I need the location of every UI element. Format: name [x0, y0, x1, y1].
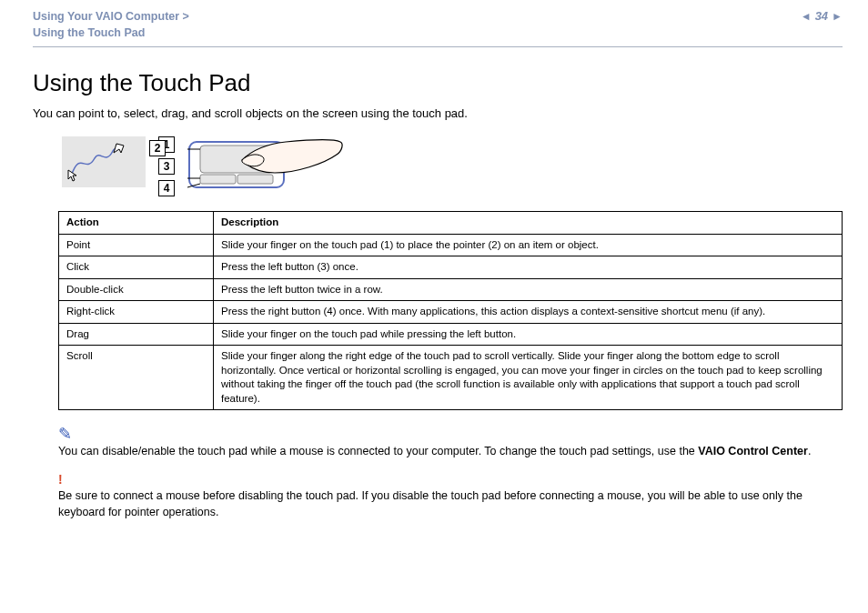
cell-action: Scroll: [59, 346, 214, 410]
screen-area-icon: [62, 136, 146, 187]
table-row: PointSlide your finger on the touch pad …: [59, 234, 843, 256]
breadcrumb-line1: Using Your VAIO Computer >: [33, 9, 189, 25]
next-page-icon[interactable]: ►: [832, 10, 843, 23]
page-content: Using the Touch Pad You can point to, se…: [0, 47, 868, 529]
cell-action: Click: [59, 256, 214, 279]
table-row: Right-clickPress the right button (4) on…: [59, 301, 843, 324]
cell-desc: Slide your finger on the touch pad while…: [214, 323, 843, 346]
svg-rect-2: [200, 175, 236, 184]
note-block: ✎ You can disable/enable the touch pad w…: [58, 423, 843, 520]
table-header-row: Action Description: [59, 212, 843, 235]
touchpad-diagram-icon: [187, 136, 351, 200]
table-row: DragSlide your finger on the touch pad w…: [59, 323, 843, 346]
table-row: ScrollSlide your finger along the right …: [59, 346, 843, 410]
cursor-icon: [114, 144, 124, 153]
note-bold: VAIO Control Center: [698, 445, 808, 457]
table-row: ClickPress the left button (3) once.: [59, 256, 843, 279]
svg-rect-3: [237, 175, 273, 184]
cell-desc: Press the left button twice in a row.: [214, 278, 843, 301]
table-row: Double-clickPress the left button twice …: [59, 278, 843, 301]
callout-3: 3: [158, 158, 175, 175]
callout-2: 2: [149, 140, 166, 156]
cell-desc: Slide your finger along the right edge o…: [214, 346, 843, 410]
th-action: Action: [59, 212, 214, 235]
warning-icon: !: [58, 471, 843, 489]
warning-text: Be sure to connect a mouse before disabl…: [58, 489, 802, 518]
intro-text: You can point to, select, drag, and scro…: [33, 106, 843, 120]
page-nav: ◄ 34 ►: [801, 9, 843, 23]
figure-row: 2 1 3 4: [33, 133, 843, 211]
callout-4: 4: [158, 180, 175, 196]
page-number: 34: [815, 9, 828, 23]
cell-action: Right-click: [59, 301, 214, 324]
breadcrumb[interactable]: Using Your VAIO Computer > Using the Tou…: [33, 9, 189, 41]
pointer-diagram: 2: [62, 136, 146, 187]
page-header: Using Your VAIO Computer > Using the Tou…: [0, 0, 868, 45]
page-title: Using the Touch Pad: [33, 69, 843, 97]
note-text-b: .: [808, 445, 811, 457]
cell-action: Double-click: [59, 278, 214, 301]
prev-page-icon[interactable]: ◄: [801, 10, 812, 23]
cell-desc: Slide your finger on the touch pad (1) t…: [214, 234, 843, 256]
cell-action: Point: [59, 234, 214, 256]
cell-action: Drag: [59, 323, 214, 346]
actions-table: Action Description PointSlide your finge…: [58, 211, 843, 410]
breadcrumb-line2: Using the Touch Pad: [33, 25, 189, 42]
th-description: Description: [214, 212, 843, 235]
cursor-icon: [67, 169, 78, 182]
cell-desc: Press the left button (3) once.: [214, 256, 843, 279]
note-text-a: You can disable/enable the touch pad whi…: [58, 445, 698, 457]
cell-desc: Press the right button (4) once. With ma…: [214, 301, 843, 324]
pencil-icon: ✎: [58, 423, 843, 446]
